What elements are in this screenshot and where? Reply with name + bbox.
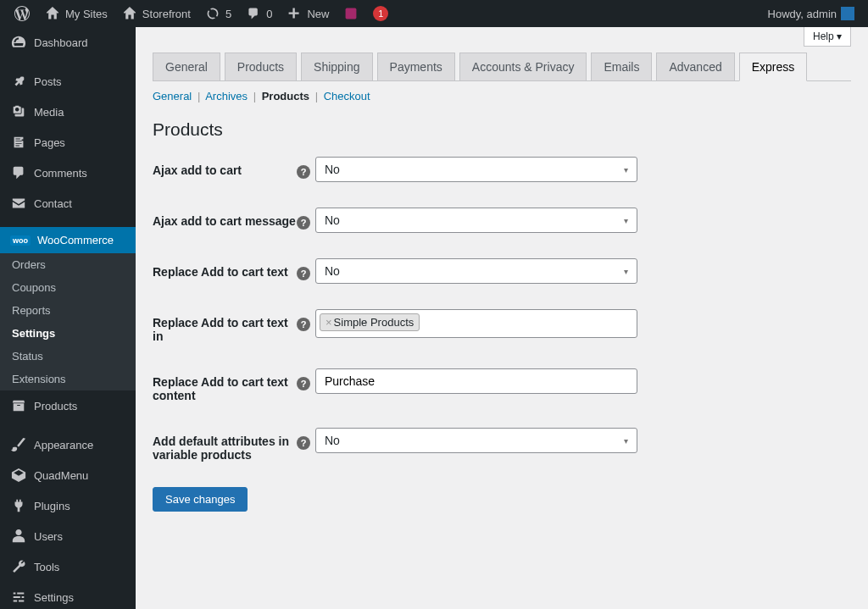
menu-label: Contact	[34, 197, 72, 210]
home-icon	[44, 5, 61, 22]
multiselect-replace-in[interactable]: ×Simple Products	[315, 309, 637, 338]
submenu-extensions[interactable]: Extensions	[0, 368, 136, 390]
howdy[interactable]: Howdy, admin	[761, 0, 861, 27]
submenu-reports[interactable]: Reports	[0, 299, 136, 322]
menu-label: Products	[34, 400, 77, 412]
help-icon[interactable]: ?	[297, 377, 310, 390]
menu-label: Dashboard	[34, 36, 88, 49]
menu-settings[interactable]: Settings	[0, 582, 136, 609]
menu-label: Posts	[34, 75, 62, 88]
select-default-attrs[interactable]: No	[315, 428, 637, 453]
comments-count: 0	[266, 8, 272, 20]
admin-sidebar: Dashboard Posts Media Pages Comments Con…	[0, 27, 136, 609]
comment-icon	[10, 164, 27, 181]
subsub-general[interactable]: General	[153, 90, 192, 102]
woo-submenu: Orders Coupons Reports Settings Status E…	[0, 253, 136, 390]
tab-products[interactable]: Products	[225, 53, 297, 80]
help-tab[interactable]: Help ▾	[804, 27, 851, 47]
menu-label: Plugins	[34, 500, 70, 512]
menu-quadmenu[interactable]: QuadMenu	[0, 460, 136, 490]
help-icon[interactable]: ?	[297, 216, 310, 230]
new-label: New	[307, 8, 329, 20]
yoast[interactable]	[336, 0, 366, 27]
quadmenu-icon	[10, 467, 27, 484]
comments[interactable]: 0	[238, 0, 279, 27]
tab-shipping[interactable]: Shipping	[301, 53, 373, 80]
menu-comments[interactable]: Comments	[0, 158, 136, 188]
submenu-settings[interactable]: Settings	[0, 322, 136, 345]
brush-icon	[10, 436, 27, 453]
menu-tools[interactable]: Tools	[0, 551, 136, 582]
menu-appearance[interactable]: Appearance	[0, 429, 136, 460]
wp-logo[interactable]	[7, 0, 37, 27]
select-ajax-msg[interactable]: No	[315, 208, 637, 233]
help-icon[interactable]: ?	[297, 436, 310, 450]
subsub-checkout[interactable]: Checkout	[324, 90, 370, 102]
menu-plugins[interactable]: Plugins	[0, 490, 136, 521]
subsub-archives[interactable]: Archives	[205, 90, 248, 102]
help-icon[interactable]: ?	[297, 165, 310, 179]
menu-users[interactable]: Users	[0, 521, 136, 551]
help-icon[interactable]: ?	[297, 318, 310, 331]
new[interactable]: New	[279, 0, 336, 27]
settings-tabs: General Products Shipping Payments Accou…	[153, 53, 851, 81]
tab-general[interactable]: General	[153, 53, 220, 80]
site-name[interactable]: Storefront	[114, 0, 198, 27]
menu-label: Tools	[34, 561, 59, 573]
tab-advanced[interactable]: Advanced	[656, 53, 734, 80]
subsub-products[interactable]: Products	[262, 90, 309, 102]
dashboard-icon	[10, 34, 27, 51]
tag-simple-products: ×Simple Products	[320, 313, 420, 331]
menu-label: QuadMenu	[34, 469, 88, 482]
menu-label: WooCommerce	[37, 234, 114, 246]
tab-express[interactable]: Express	[739, 53, 808, 81]
my-sites[interactable]: My Sites	[37, 0, 114, 27]
menu-dashboard[interactable]: Dashboard	[0, 27, 136, 58]
menu-label: Comments	[34, 167, 87, 180]
label-default-attrs: Add default attributes in variable produ…	[153, 428, 297, 462]
menu-woocommerce[interactable]: woo WooCommerce	[0, 227, 136, 253]
menu-pages[interactable]: Pages	[0, 127, 136, 158]
user-icon	[10, 528, 27, 545]
notif-badge: 1	[373, 6, 388, 21]
svg-rect-0	[346, 8, 357, 19]
my-sites-label: My Sites	[65, 8, 108, 20]
tab-emails[interactable]: Emails	[591, 53, 652, 80]
update-icon	[204, 5, 221, 22]
menu-label: Appearance	[34, 439, 93, 451]
plugin-icon	[10, 497, 27, 514]
section-title: Products	[153, 119, 851, 140]
comment-icon	[245, 5, 262, 22]
wordpress-icon	[14, 5, 31, 22]
tag-remove[interactable]: ×	[326, 316, 332, 329]
menu-products[interactable]: Products	[0, 390, 136, 421]
input-replace-content[interactable]	[315, 368, 637, 394]
submenu-coupons[interactable]: Coupons	[0, 276, 136, 299]
tab-payments[interactable]: Payments	[377, 53, 455, 80]
plus-icon	[286, 5, 303, 22]
menu-label: Pages	[34, 136, 65, 149]
notifications[interactable]: 1	[366, 0, 395, 27]
select-ajax-add[interactable]: No	[315, 157, 637, 182]
menu-label: Settings	[34, 591, 74, 604]
archive-icon	[10, 397, 27, 414]
woo-icon: woo	[10, 235, 31, 246]
menu-contact[interactable]: Contact	[0, 188, 136, 219]
avatar	[841, 7, 854, 20]
pin-icon	[10, 73, 27, 90]
site-name-label: Storefront	[142, 8, 191, 20]
menu-posts[interactable]: Posts	[0, 66, 136, 97]
menu-label: Users	[34, 530, 63, 543]
submenu-orders[interactable]: Orders	[0, 253, 136, 276]
menu-media[interactable]: Media	[0, 97, 136, 127]
help-icon[interactable]: ?	[297, 267, 310, 280]
save-button[interactable]: Save changes	[153, 487, 248, 512]
tab-accounts[interactable]: Accounts & Privacy	[459, 53, 587, 80]
select-replace-text[interactable]: No	[315, 258, 637, 284]
admin-bar: My Sites Storefront 5 0 New	[0, 0, 868, 27]
yoast-icon	[342, 5, 359, 22]
submenu-status[interactable]: Status	[0, 345, 136, 368]
updates[interactable]: 5	[198, 0, 238, 27]
home-icon	[121, 5, 138, 22]
menu-label: Media	[34, 106, 64, 119]
